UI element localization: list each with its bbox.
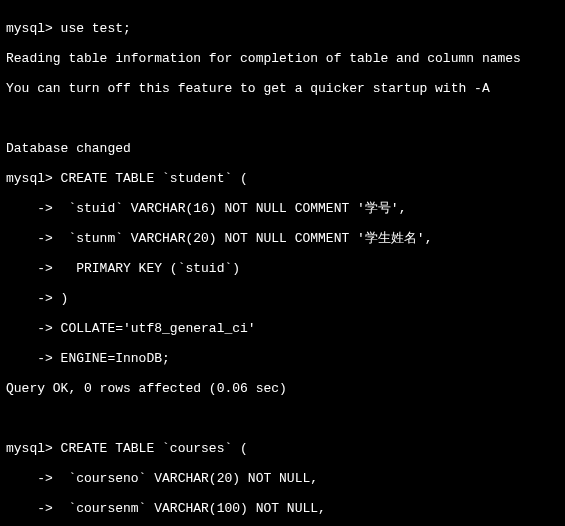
terminal-line: -> `coursenm` VARCHAR(100) NOT NULL, bbox=[6, 501, 561, 516]
terminal-line: -> `courseno` VARCHAR(20) NOT NULL, bbox=[6, 471, 561, 486]
terminal-line: -> ) bbox=[6, 291, 561, 306]
terminal-line: mysql> CREATE TABLE `student` ( bbox=[6, 171, 561, 186]
terminal-line: mysql> CREATE TABLE `courses` ( bbox=[6, 441, 561, 456]
terminal-line: Database changed bbox=[6, 141, 561, 156]
terminal-line bbox=[6, 111, 561, 126]
terminal-line: Reading table information for completion… bbox=[6, 51, 561, 66]
terminal-line: -> `stuid` VARCHAR(16) NOT NULL COMMENT … bbox=[6, 201, 561, 216]
terminal-line: -> COLLATE='utf8_general_ci' bbox=[6, 321, 561, 336]
terminal-line: Query OK, 0 rows affected (0.06 sec) bbox=[6, 381, 561, 396]
terminal-line bbox=[6, 411, 561, 426]
terminal-line: mysql> use test; bbox=[6, 21, 561, 36]
terminal-output[interactable]: mysql> use test; Reading table informati… bbox=[0, 0, 565, 526]
terminal-line: -> ENGINE=InnoDB; bbox=[6, 351, 561, 366]
terminal-line: You can turn off this feature to get a q… bbox=[6, 81, 561, 96]
terminal-line: -> PRIMARY KEY (`stuid`) bbox=[6, 261, 561, 276]
terminal-line: -> `stunm` VARCHAR(20) NOT NULL COMMENT … bbox=[6, 231, 561, 246]
